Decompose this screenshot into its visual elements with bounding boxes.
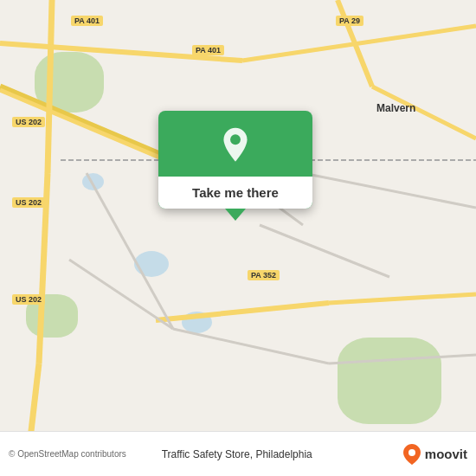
place-name-malvern: Malvern [376, 102, 415, 114]
road-label-us202-top: US 202 [12, 117, 45, 127]
svg-point-20 [408, 449, 415, 456]
road-label-pa401-top: PA 401 [71, 16, 103, 26]
svg-point-19 [230, 134, 241, 145]
road-label-pa401-mid: PA 401 [192, 45, 224, 55]
bottom-bar: © OpenStreetMap contributors Traffic Saf… [0, 431, 476, 476]
store-name-text: Traffic Safety Store, Philadelphia [162, 448, 312, 460]
moovit-text: moovit [425, 447, 467, 461]
map-container: PA 401 PA 401 PA 29 US 202 US 202 US 202… [0, 0, 476, 476]
attribution-text: © OpenStreetMap contributors [9, 449, 162, 459]
moovit-logo: moovit [402, 443, 467, 466]
road-label-pa29: PA 29 [336, 16, 363, 26]
location-pin-icon [216, 126, 254, 164]
road-label-us202-mid: US 202 [12, 197, 45, 208]
moovit-pin-icon [402, 443, 421, 466]
popup-arrow [225, 209, 246, 221]
popup-card: Take me there [158, 111, 312, 209]
road-label-us202-bot: US 202 [12, 294, 45, 305]
road-label-pa352: PA 352 [248, 270, 280, 280]
take-me-there-button[interactable]: Take me there [158, 177, 312, 209]
popup-icon-area [158, 111, 312, 177]
